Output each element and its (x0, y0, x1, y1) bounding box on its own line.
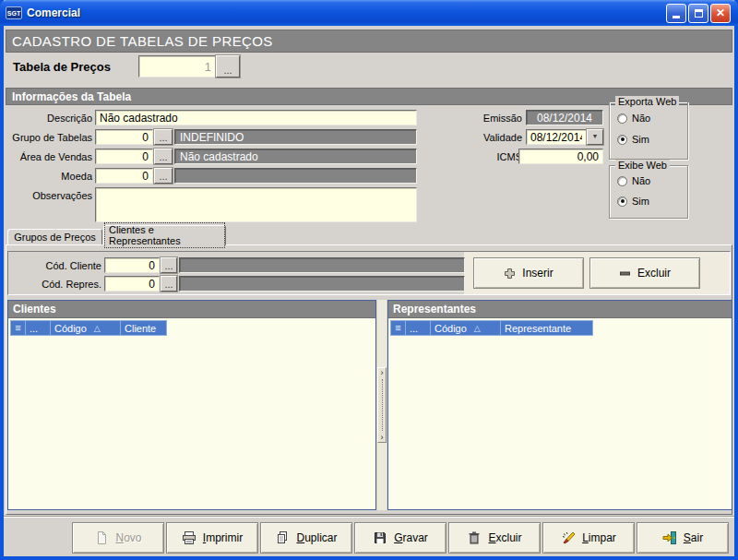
excluir-button[interactable]: Excluir (448, 522, 541, 554)
area-vendas-browse-button[interactable]: ... (154, 149, 173, 164)
clientes-panel-title: Clientes (8, 301, 375, 318)
tab-label: Clientes e Representantes (104, 222, 225, 248)
maximize-icon (695, 9, 703, 18)
trash-icon (467, 530, 482, 545)
minimize-icon (673, 16, 680, 18)
gravar-button[interactable]: Gravar (354, 522, 446, 554)
cod-cliente-browse-button[interactable]: ... (161, 257, 177, 273)
cod-repres-display (179, 276, 465, 292)
representantes-panel: Representantes ≡ ... Código △ Representa… (387, 300, 732, 510)
cod-repres-browse-button[interactable]: ... (161, 276, 177, 292)
close-icon: ✕ (716, 7, 725, 18)
exibe-web-radio-sim[interactable]: Sim (617, 196, 649, 207)
col-label: Código (54, 323, 87, 334)
validade-input[interactable] (526, 129, 587, 145)
grid-menu-icon[interactable]: ≡ (390, 320, 406, 336)
exporta-web-groupbox: Exporta Web Não Sim (609, 101, 688, 160)
duplicar-button[interactable]: Duplicar (260, 522, 352, 554)
area-vendas-code-input[interactable] (95, 149, 153, 164)
observacoes-label: Observações (4, 190, 92, 201)
icms-label: ICMS (452, 151, 522, 162)
limpar-label: Limpar (582, 531, 616, 544)
tab-clientes-e-representantes[interactable]: Clientes e Representantes (103, 225, 226, 245)
representantes-col-dots[interactable]: ... (406, 320, 431, 336)
area-vendas-display: Não cadastrado (174, 149, 417, 164)
exibe-web-radio-nao[interactable]: Não (617, 175, 650, 186)
app-logo-icon: SGT (6, 6, 22, 19)
observacoes-textarea[interactable] (95, 187, 417, 222)
representantes-grid-body[interactable] (388, 336, 732, 508)
limpar-button[interactable]: Limpar (542, 522, 635, 554)
close-button[interactable]: ✕ (710, 4, 731, 23)
validade-label: Validade (452, 132, 522, 143)
emissao-label: Emissão (452, 113, 522, 124)
clientes-col-dots[interactable]: ... (26, 320, 51, 336)
gravar-label: Gravar (394, 531, 428, 544)
exporta-web-radio-nao[interactable]: Não (617, 113, 650, 124)
moeda-label: Moeda (4, 171, 92, 182)
excluir-item-label: Excluir (637, 267, 671, 280)
tabela-precos-label: Tabela de Preços (13, 60, 111, 74)
representantes-grid-header: ≡ ... Código △ Representante (388, 318, 732, 336)
chevron-right-icon: › (381, 368, 384, 377)
radio-label: Não (632, 113, 650, 124)
footer-separator (4, 516, 734, 518)
grid-menu-icon[interactable]: ≡ (10, 320, 26, 336)
title-bar[interactable]: SGT Comercial ✕ (0, 0, 738, 26)
sair-button[interactable]: Sair (637, 522, 729, 554)
clientes-col-codigo[interactable]: Código △ (51, 320, 121, 336)
minus-icon (619, 268, 631, 280)
grupo-tabelas-display: INDEFINIDO (174, 129, 417, 145)
sort-asc-icon: △ (474, 324, 481, 333)
cod-cliente-input[interactable] (104, 257, 160, 273)
maximize-button[interactable] (688, 4, 708, 23)
tabela-precos-input[interactable] (138, 55, 216, 77)
clientes-col-cliente[interactable]: Cliente (121, 320, 167, 336)
inserir-button[interactable]: Inserir (473, 257, 584, 289)
area-vendas-label: Área de Vendas (4, 151, 92, 162)
floppy-disk-icon (373, 530, 387, 545)
exibe-web-title: Exibe Web (615, 160, 670, 171)
representantes-col-representante[interactable]: Representante (501, 320, 593, 336)
moeda-code-input[interactable] (95, 168, 153, 184)
radio-unchecked-icon (617, 176, 627, 186)
clientes-grid-body[interactable] (8, 336, 375, 508)
radio-unchecked-icon (617, 113, 627, 124)
radio-label: Sim (632, 196, 649, 207)
imprimir-button[interactable]: Imprimir (166, 522, 258, 554)
validade-dropdown-button[interactable]: ▼ (587, 129, 603, 145)
icms-input[interactable] (518, 149, 603, 164)
splitter-grip (382, 379, 383, 431)
exibe-web-groupbox: Exibe Web Não Sim (609, 165, 688, 219)
chevron-right-icon: › (381, 433, 384, 442)
grupo-tabelas-browse-button[interactable]: ... (154, 129, 173, 145)
cod-cliente-label: Cód. Cliente (13, 260, 101, 271)
representantes-panel-title: Representantes (388, 301, 732, 318)
excluir-label: Excluir (488, 531, 521, 544)
clientes-panel: Clientes ≡ ... Código △ Cliente (7, 300, 376, 510)
tabela-precos-browse-button[interactable]: ... (216, 55, 240, 77)
printer-icon (182, 530, 196, 545)
descricao-input[interactable] (95, 110, 417, 125)
moeda-browse-button[interactable]: ... (154, 168, 173, 184)
plus-icon (504, 268, 516, 280)
exporta-web-radio-sim[interactable]: Sim (617, 134, 649, 145)
tab-grupos-de-precos[interactable]: Grupos de Preços (7, 229, 102, 245)
novo-button[interactable]: Novo (72, 522, 164, 554)
representantes-col-codigo[interactable]: Código △ (431, 320, 501, 336)
cod-repres-input[interactable] (104, 276, 160, 292)
excluir-item-button[interactable]: Excluir (589, 257, 700, 289)
panel-splitter[interactable]: › › (377, 300, 387, 510)
radio-checked-icon (617, 197, 627, 207)
descricao-label: Descrição (4, 113, 92, 124)
col-label: Código (434, 323, 467, 334)
page-title: CADASTRO DE TABELAS DE PREÇOS (6, 30, 732, 53)
window-title: Comercial (27, 6, 666, 19)
splitter-collapse-button[interactable]: › › (377, 367, 387, 443)
cod-cliente-display (179, 257, 465, 273)
grupo-tabelas-code-input[interactable] (95, 129, 153, 145)
minimize-button[interactable] (666, 4, 686, 23)
exporta-web-title: Exporta Web (615, 96, 679, 107)
tab-label: Grupos de Preços (14, 232, 96, 243)
radio-label: Não (632, 175, 650, 186)
